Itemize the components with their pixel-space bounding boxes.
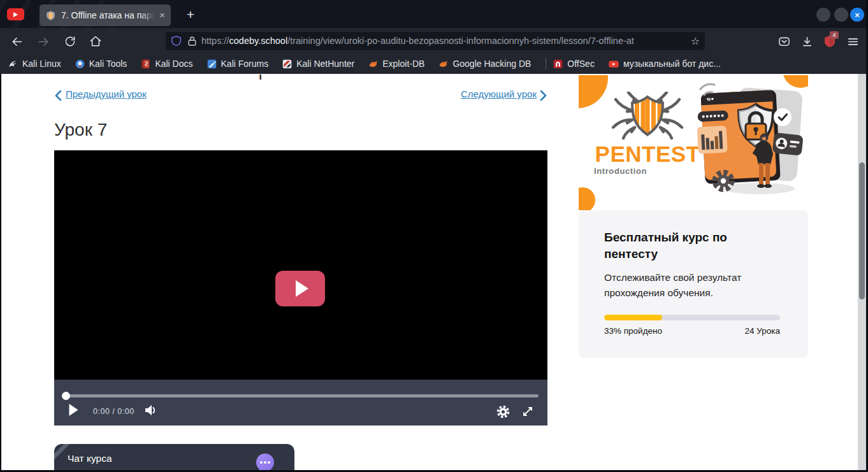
course-progress-track <box>604 315 780 320</box>
pentest-subtitle-text: Introduction <box>594 166 647 176</box>
url-bar[interactable]: https://codeby.school/training/view/urok… <box>166 32 705 50</box>
kali-dragon-icon <box>8 59 18 69</box>
tab-close-button[interactable]: × <box>159 4 165 26</box>
chevron-left-icon[interactable] <box>54 90 62 101</box>
course-progress-card: Бесплатный курс по пентесту Отслеживайте… <box>579 210 808 358</box>
kali-tools-icon <box>75 59 85 69</box>
lesson-title: Урок 7 <box>54 120 107 140</box>
bookmark-kali-tools[interactable]: Kali Tools <box>75 59 127 69</box>
bookmark-label: Kali Tools <box>89 59 127 69</box>
bookmark-label: Kali Docs <box>155 59 192 69</box>
forward-button[interactable] <box>36 34 51 49</box>
pentest-spider-logo <box>598 92 697 140</box>
home-button[interactable] <box>88 34 103 49</box>
kali-docs-icon <box>140 59 151 69</box>
url-text: https://codeby.school/training/view/urok… <box>201 32 688 50</box>
course-banner-illustration <box>697 75 807 203</box>
video-control-bar: 0:00 / 0:00 <box>54 380 547 426</box>
reload-button[interactable] <box>62 34 78 49</box>
lessons-count-label: 24 Урока <box>745 326 780 336</box>
new-tab-button[interactable]: + <box>181 5 200 24</box>
chat-bubble-icon[interactable] <box>255 453 277 472</box>
video-player[interactable] <box>54 150 547 380</box>
clipped-text-artifact <box>259 75 261 80</box>
back-arrow-icon <box>10 35 24 48</box>
url-domain: codeby.school <box>229 36 288 46</box>
video-settings-button[interactable] <box>496 405 510 421</box>
bookmark-exploit-db[interactable]: Exploit-DB <box>368 59 424 69</box>
pentest-brand-text: PENTEST <box>591 141 704 167</box>
tab-title-fade <box>140 4 157 26</box>
codeby-favicon <box>45 10 56 21</box>
bookmark-kali-linux[interactable]: Kali Linux <box>8 59 61 69</box>
exploit-db-bird-icon <box>368 59 379 69</box>
video-big-play-button[interactable] <box>275 271 325 306</box>
kali-nethunter-icon <box>282 59 293 69</box>
bookmark-music-bot[interactable]: музыкальный бот дис... <box>608 59 721 69</box>
tab-bar: 7. Offline атака на пароли × + × <box>0 0 868 28</box>
download-icon <box>801 36 813 48</box>
video-fullscreen-button[interactable] <box>522 406 533 420</box>
bookmark-offsec[interactable]: OffSec <box>553 59 595 69</box>
pocket-button[interactable] <box>776 34 792 49</box>
course-card-description: Отслеживайте свой результат прохождения … <box>604 270 783 301</box>
video-play-button[interactable] <box>68 403 79 419</box>
page-scrollbar-thumb[interactable] <box>859 162 865 299</box>
bookmark-label: Google Hacking DB <box>452 59 531 69</box>
hamburger-icon <box>847 36 859 48</box>
reload-icon <box>64 35 76 48</box>
pinned-tab-youtube[interactable] <box>7 8 24 20</box>
tab-title: 7. Offline атака на пароли <box>61 4 157 26</box>
ghdb-bird-icon <box>438 59 449 69</box>
active-tab[interactable]: 7. Offline атака на пароли × <box>40 4 171 26</box>
banner-circle-bottomleft <box>579 187 595 210</box>
browser-window: 7. Offline атака на пароли × + × https:/… <box>0 0 868 472</box>
bookmark-google-hacking-db[interactable]: Google Hacking DB <box>438 59 531 69</box>
video-volume-button[interactable] <box>143 404 157 419</box>
bookmarks-separator <box>546 58 546 69</box>
forward-arrow-icon <box>37 35 50 48</box>
url-scheme: https:// <box>201 36 229 46</box>
course-card-title: Бесплатный курс по пентесту <box>604 229 783 262</box>
video-progress-handle[interactable] <box>62 392 70 400</box>
pocket-icon <box>778 36 790 48</box>
menu-button[interactable] <box>845 34 860 49</box>
gear-icon <box>496 405 510 418</box>
downloads-button[interactable] <box>799 34 814 49</box>
window-maximize-button[interactable] <box>834 8 848 22</box>
bookmark-label: OffSec <box>567 59 595 69</box>
time-current: 0:00 <box>93 407 110 416</box>
home-icon <box>89 35 102 48</box>
chat-title: Чат курса <box>68 453 112 464</box>
youtube-icon <box>608 59 619 69</box>
bookmark-kali-docs[interactable]: Kali Docs <box>140 59 192 69</box>
offsec-icon <box>553 59 563 69</box>
bookmarks-bar: Kali Linux Kali Tools Kali Docs Kali For… <box>0 54 868 74</box>
youtube-play-icon <box>13 12 18 17</box>
bookmark-label: Kali Forums <box>221 59 269 69</box>
url-fade <box>662 32 688 50</box>
bookmark-kali-forums[interactable]: Kali Forums <box>206 59 269 69</box>
bookmark-kali-nethunter[interactable]: Kali NetHunter <box>282 59 354 69</box>
previous-lesson-link[interactable]: Предыдущий урок <box>66 89 147 99</box>
course-banner[interactable]: PENTEST Introduction <box>579 75 808 210</box>
bookmark-label: Exploit-DB <box>382 59 424 69</box>
course-chat-card[interactable]: Чат курса <box>54 444 294 472</box>
bookmark-label: Kali NetHunter <box>296 59 354 69</box>
window-border-left <box>0 74 1 472</box>
window-minimize-button[interactable] <box>816 8 830 22</box>
play-icon <box>68 403 79 417</box>
back-button[interactable] <box>9 34 24 49</box>
kali-forums-icon <box>206 59 217 69</box>
bookmark-star-icon[interactable]: ☆ <box>691 35 700 47</box>
extension-badge: 4 <box>830 31 839 39</box>
next-lesson-link[interactable]: Следующий урок <box>461 89 537 99</box>
lock-icon[interactable] <box>188 36 196 46</box>
window-close-button[interactable]: × <box>850 8 864 22</box>
chevron-right-icon[interactable] <box>540 90 547 101</box>
progress-percent-label: 33% пройдено <box>604 326 662 336</box>
url-path: /training/view/uroki-po-auditu-bezopasno… <box>287 36 634 46</box>
tracking-protection-shield-icon[interactable] <box>171 36 182 46</box>
video-progress-bar[interactable] <box>63 394 539 397</box>
video-time-display: 0:00 / 0:00 <box>93 407 134 416</box>
